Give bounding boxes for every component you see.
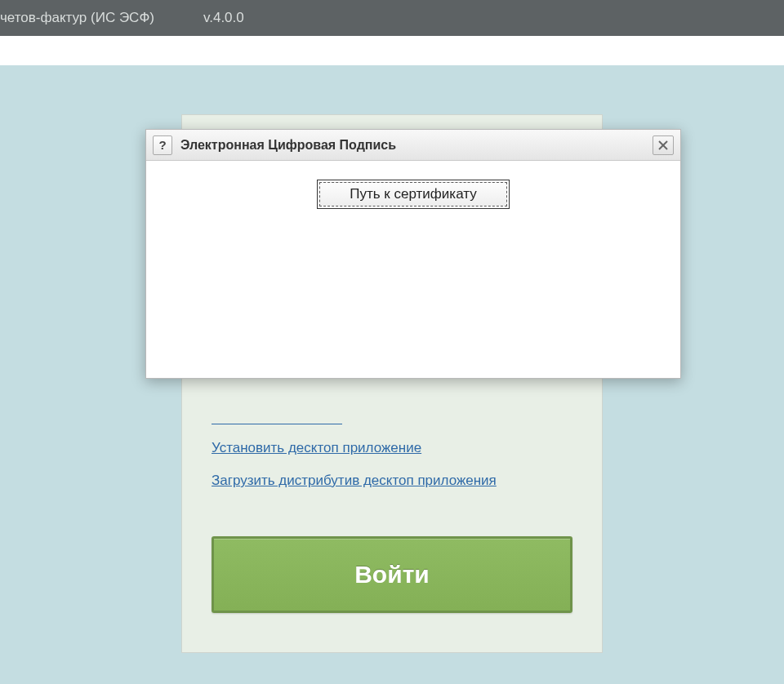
dialog-body: Путь к сертификату	[146, 161, 680, 207]
partial-link-underline	[212, 424, 342, 424]
download-distributive-link[interactable]: Загрузить дистрибутив десктоп приложения	[212, 473, 497, 489]
app-title-fragment: четов-фактур (ИС ЭСФ)	[0, 10, 154, 26]
top-bar: четов-фактур (ИС ЭСФ) v.4.0.0	[0, 0, 784, 36]
login-button[interactable]: Войти	[212, 536, 572, 613]
certificate-path-button-label: Путь к сертификату	[350, 186, 476, 202]
close-icon	[658, 140, 668, 150]
white-band	[0, 36, 784, 65]
help-icon: ?	[158, 138, 166, 152]
help-button[interactable]: ?	[153, 135, 172, 155]
certificate-path-button[interactable]: Путь к сертификату	[319, 182, 506, 207]
main-stage: Установить десктоп приложение Загрузить …	[0, 65, 784, 684]
dialog-titlebar[interactable]: ? Электронная Цифровая Подпись	[146, 130, 680, 161]
dialog-title: Электронная Цифровая Подпись	[180, 138, 644, 153]
close-button[interactable]	[653, 135, 674, 155]
login-button-label: Войти	[354, 561, 430, 589]
digital-signature-dialog: ? Электронная Цифровая Подпись Путь к се…	[145, 129, 681, 379]
install-desktop-link[interactable]: Установить десктоп приложение	[212, 440, 421, 456]
app-version: v.4.0.0	[203, 10, 244, 26]
login-links-group: Установить десктоп приложение Загрузить …	[212, 440, 497, 489]
